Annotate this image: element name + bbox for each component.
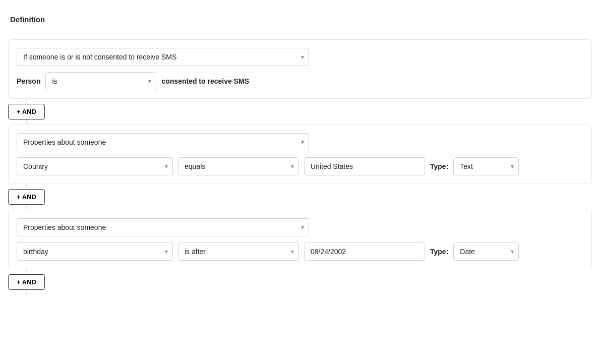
is-after-select-wrap: is after is before equals does not equal…: [178, 242, 299, 261]
type-select-2[interactable]: Text Date Number Boolean: [453, 157, 519, 175]
birthday-row: birthday Country Email First Name Last N…: [17, 242, 583, 261]
person-label: Person: [17, 77, 40, 85]
country-value-input[interactable]: [304, 157, 425, 175]
is-select[interactable]: is is not: [45, 72, 156, 90]
property-select-3[interactable]: Properties about someone: [17, 218, 309, 236]
condition-block-1: If someone is or is not consented to rec…: [8, 39, 592, 99]
condition-block-2-wrapper: Properties about someone ▾ Country Birth…: [0, 125, 600, 184]
condition-block-3: Properties about someone ▾ birthday Coun…: [8, 210, 592, 269]
sms-condition-select[interactable]: If someone is or is not consented to rec…: [17, 48, 309, 66]
person-row: Person is is not ▾ consented to receive …: [17, 72, 583, 90]
and-button-3[interactable]: + AND: [8, 274, 45, 290]
and-button-row-1: + AND: [0, 99, 600, 125]
and-button-2[interactable]: + AND: [8, 189, 45, 205]
is-select-wrap: is is not ▾: [45, 72, 156, 90]
country-select-wrap: Country Birthday Email First Name Last N…: [17, 157, 173, 175]
and-button-row-2: + AND: [0, 184, 600, 210]
condition-block-3-wrapper: Properties about someone ▾ birthday Coun…: [0, 210, 600, 269]
type-select-wrap-3: Text Date Number Boolean ▾: [453, 242, 519, 261]
country-row: Country Birthday Email First Name Last N…: [17, 157, 583, 175]
property-select-wrap-3: Properties about someone ▾: [17, 218, 309, 236]
consented-label: consented to receive SMS: [161, 77, 249, 85]
property-select-2[interactable]: Properties about someone: [17, 133, 309, 151]
birthday-value-input[interactable]: [304, 242, 425, 261]
and-button-1[interactable]: + AND: [8, 104, 45, 119]
type-select-wrap-2: Text Date Number Boolean ▾: [453, 157, 519, 175]
country-select[interactable]: Country Birthday Email First Name Last N…: [17, 157, 173, 175]
type-label-3: Type:: [430, 248, 448, 256]
birthday-select-wrap: birthday Country Email First Name Last N…: [17, 242, 173, 261]
type-label-2: Type:: [430, 162, 448, 170]
birthday-select[interactable]: birthday Country Email First Name Last N…: [17, 242, 173, 261]
operator-select-2[interactable]: equals does not equal contains does not …: [178, 157, 299, 175]
and-button-row-3: + AND: [0, 269, 600, 295]
type-select-3[interactable]: Text Date Number Boolean: [453, 242, 519, 261]
definition-title: Definition: [0, 10, 600, 31]
property-select-wrap-2: Properties about someone ▾: [17, 133, 309, 151]
sms-condition-select-wrap: If someone is or is not consented to rec…: [17, 48, 309, 66]
condition-block-2: Properties about someone ▾ Country Birth…: [8, 125, 592, 184]
is-after-select[interactable]: is after is before equals does not equal: [178, 242, 299, 261]
operator-select-wrap-2: equals does not equal contains does not …: [178, 157, 299, 175]
